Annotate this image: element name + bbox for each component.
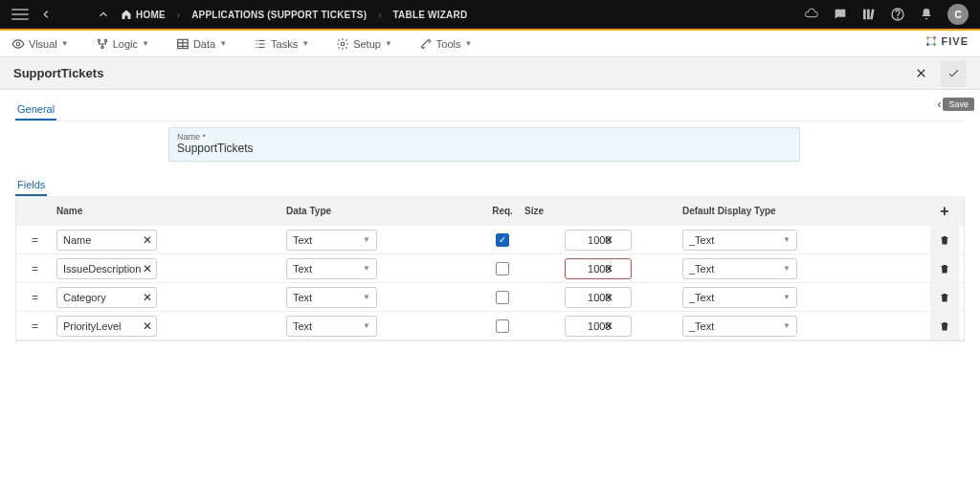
- clear-icon[interactable]: ✕: [604, 262, 613, 275]
- delete-field-button[interactable]: [930, 283, 959, 311]
- save-tooltip: ‹ Save: [937, 98, 974, 111]
- tabs-fields: Fields: [15, 175, 965, 197]
- menu-data[interactable]: Data▼: [176, 37, 227, 51]
- field-name-input[interactable]: Category✕: [56, 287, 157, 308]
- breadcrumb-home[interactable]: HOME: [121, 9, 166, 20]
- breadcrumb-applications[interactable]: APPLICATIONS (SUPPORT TICKETS): [191, 10, 367, 20]
- library-icon[interactable]: [858, 3, 880, 26]
- menu-visual[interactable]: Visual▼: [11, 37, 69, 51]
- delete-field-button[interactable]: [930, 226, 959, 253]
- eye-icon: [11, 37, 25, 51]
- clear-icon[interactable]: ✕: [604, 291, 613, 304]
- field-display-select[interactable]: _Text▼: [682, 258, 797, 279]
- avatar-initial: C: [954, 10, 961, 20]
- chevron-down-icon: ▼: [385, 39, 392, 48]
- field-required-checkbox[interactable]: [496, 291, 509, 304]
- content-area: ‹ Save General Name * SupportTickets Fie…: [0, 90, 980, 351]
- tab-fields[interactable]: Fields: [15, 175, 47, 196]
- menu-setup[interactable]: Setup▼: [336, 37, 392, 51]
- back-button[interactable]: [34, 3, 57, 26]
- clear-icon[interactable]: ✕: [143, 233, 152, 247]
- field-size-input[interactable]: 1000✕: [565, 316, 632, 337]
- field-row: =IssueDescription✕Text▼1000✕_Text▼: [16, 254, 964, 283]
- chevron-down-icon: ▼: [301, 39, 309, 48]
- tasks-icon: [254, 37, 267, 51]
- field-required-checkbox[interactable]: ✓: [496, 233, 509, 247]
- chevron-down-icon: ▼: [783, 321, 791, 330]
- clear-icon[interactable]: ✕: [143, 319, 152, 333]
- clear-icon[interactable]: ✕: [604, 319, 613, 333]
- tab-general[interactable]: General: [15, 99, 56, 121]
- field-name-input[interactable]: Name✕: [56, 230, 157, 251]
- field-name-input[interactable]: IssueDescription✕: [56, 258, 157, 279]
- field-name-value: Name: [63, 234, 91, 246]
- confirm-button[interactable]: [940, 60, 967, 87]
- field-datatype-select[interactable]: Text▼: [286, 230, 377, 251]
- chevron-down-icon: ▼: [783, 264, 791, 273]
- drag-handle-icon[interactable]: =: [32, 291, 35, 304]
- home-icon: [121, 9, 132, 20]
- forward-button[interactable]: [63, 3, 86, 26]
- field-display-select[interactable]: _Text▼: [682, 287, 797, 308]
- page-header: SupportTickets: [0, 57, 980, 90]
- field-size-input[interactable]: 1000✕: [565, 258, 632, 279]
- tabs-general: General: [15, 99, 965, 121]
- cloud-icon[interactable]: [800, 3, 823, 26]
- chevron-down-icon: ▼: [142, 39, 149, 48]
- drag-handle-icon[interactable]: =: [32, 262, 35, 275]
- field-name-input[interactable]: PriorityLevel✕: [56, 316, 157, 337]
- add-field-button[interactable]: +: [940, 203, 948, 220]
- field-datatype-value: Text: [293, 263, 312, 275]
- delete-field-button[interactable]: [930, 254, 959, 282]
- delete-field-button[interactable]: [930, 312, 959, 340]
- field-required-checkbox[interactable]: [496, 262, 509, 275]
- field-datatype-value: Text: [293, 234, 312, 246]
- field-display-value: _Text: [689, 234, 714, 246]
- field-required-checkbox[interactable]: [496, 319, 509, 333]
- field-row: =Name✕Text▼✓1000✕_Text▼: [16, 226, 964, 254]
- page-title: SupportTickets: [13, 66, 103, 80]
- chevron-down-icon: ▼: [363, 321, 370, 330]
- drag-handle-icon[interactable]: =: [32, 233, 35, 247]
- field-datatype-select[interactable]: Text▼: [286, 287, 377, 308]
- breadcrumb-separator: ›: [378, 10, 381, 20]
- drag-handle-icon[interactable]: =: [32, 319, 35, 333]
- up-button[interactable]: [92, 3, 115, 26]
- field-display-select[interactable]: _Text▼: [682, 230, 797, 251]
- name-field-value: SupportTickets: [177, 142, 791, 155]
- wrench-icon: [419, 37, 433, 51]
- breadcrumb-tablewizard[interactable]: TABLE WIZARD: [393, 10, 468, 20]
- field-display-select[interactable]: _Text▼: [682, 316, 797, 337]
- field-datatype-value: Text: [293, 292, 312, 303]
- clear-icon[interactable]: ✕: [143, 291, 152, 304]
- clear-icon[interactable]: ✕: [143, 262, 152, 275]
- clear-icon[interactable]: ✕: [604, 233, 613, 247]
- chat-icon[interactable]: [829, 3, 852, 26]
- svg-rect-2: [870, 10, 874, 20]
- field-datatype-select[interactable]: Text▼: [286, 258, 377, 279]
- menu-tasks[interactable]: Tasks▼: [254, 37, 309, 51]
- menu-icon[interactable]: [11, 6, 29, 23]
- avatar[interactable]: C: [947, 4, 969, 25]
- svg-point-4: [898, 18, 899, 19]
- breadcrumb-label: TABLE WIZARD: [393, 10, 468, 20]
- menu-label: Logic: [113, 38, 138, 50]
- name-field[interactable]: Name * SupportTickets: [168, 127, 800, 162]
- menu-logic[interactable]: Logic▼: [96, 37, 149, 51]
- help-icon[interactable]: [886, 3, 909, 26]
- field-display-value: _Text: [689, 320, 714, 332]
- bell-icon[interactable]: [915, 3, 938, 26]
- menubar: Visual▼ Logic▼ Data▼ Tasks▼ Setup▼ Tools…: [0, 31, 980, 57]
- field-datatype-select[interactable]: Text▼: [286, 316, 377, 337]
- svg-rect-0: [863, 10, 866, 20]
- col-req: Req.: [486, 206, 519, 216]
- name-field-label: Name *: [177, 132, 791, 142]
- field-size-input[interactable]: 1000✕: [565, 287, 632, 308]
- menu-label: Data: [193, 38, 215, 50]
- field-size-input[interactable]: 1000✕: [565, 230, 632, 251]
- svg-point-5: [16, 42, 20, 46]
- save-badge: Save: [943, 98, 974, 111]
- field-datatype-value: Text: [293, 320, 312, 332]
- close-button[interactable]: [907, 60, 934, 87]
- menu-tools[interactable]: Tools▼: [419, 37, 473, 51]
